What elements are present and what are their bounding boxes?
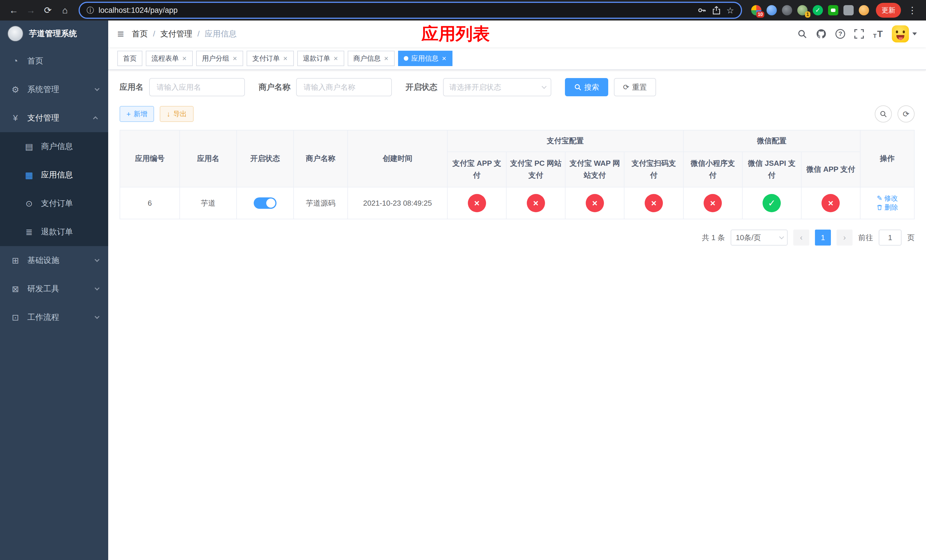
share-icon[interactable] [712,6,721,15]
chevron-down-icon [95,286,99,291]
delete-link[interactable]: 删除 [876,203,898,212]
status-icon: × [822,194,840,212]
tab-merchant-info[interactable]: 商户信息× [348,51,395,66]
sidebar-item-payment[interactable]: ¥ 支付管理 [0,104,108,132]
font-size-big-glyph: T [877,29,883,39]
sidebar-menu: ◔ 首页 ⚙ 系统管理 ¥ 支付管理 ▤ 商户信息 ▦ 应用信息 [0,47,108,560]
close-icon[interactable]: × [441,55,447,62]
add-button-label: 新增 [133,109,147,118]
tab-home[interactable]: 首页 [117,51,142,66]
extensions-puzzle-icon[interactable] [843,5,854,15]
page-content: 应用名 商户名称 开启状态 请选择开启状态 搜索 ⟳ 重置 [108,70,926,560]
breadcrumb-separator: / [153,29,155,38]
close-icon[interactable]: × [232,55,238,62]
goto-page-input[interactable] [879,230,902,245]
app-shell: 芋道管理系统 ◔ 首页 ⚙ 系统管理 ¥ 支付管理 ▤ 商户信息 [0,21,926,560]
font-size-small-glyph: T [873,33,876,39]
tab-label: 用户分组 [202,54,229,63]
tab-user-group[interactable]: 用户分组× [196,51,243,66]
navbar-actions: ? TT [797,25,917,42]
github-icon[interactable] [816,29,826,39]
edit-link[interactable]: ✎修改 [877,194,898,203]
extension-pinwheel-icon[interactable]: 10 [751,5,761,15]
sidebar-collapse-icon[interactable]: ≡ [117,28,124,39]
close-icon[interactable]: × [182,55,187,62]
close-icon[interactable]: × [283,55,288,62]
help-icon[interactable]: ? [835,29,845,39]
tab-process-form[interactable]: 流程表单× [146,51,193,66]
font-size-icon[interactable]: TT [873,29,883,39]
sidebar-item-refund-orders[interactable]: ≣ 退款订单 [0,218,108,246]
chevron-down-icon [912,32,917,35]
sidebar-item-workflow[interactable]: ⊡ 工作流程 [0,303,108,331]
toggle-search-button[interactable] [875,105,892,123]
workflow-icon: ⊡ [10,312,21,322]
tab-payment-orders[interactable]: 支付订单× [247,51,294,66]
sidebar-item-system[interactable]: ⚙ 系统管理 [0,75,108,104]
status-toggle[interactable] [254,197,277,209]
browser-menu-icon[interactable]: ⋮ [904,2,920,18]
breadcrumb-current: 应用信息 [205,29,237,39]
extension-check-icon[interactable] [813,5,823,15]
add-button[interactable]: + 新增 [120,106,154,122]
close-icon[interactable]: × [333,55,339,62]
extension-globe-icon[interactable] [782,5,792,15]
tab-app-info[interactable]: 应用信息× [398,51,452,66]
browser-back-button[interactable]: ← [6,2,22,18]
col-header-create-time: 创建时间 [348,130,447,187]
search-icon[interactable] [797,29,807,39]
cell-alipay-app: × [447,187,506,219]
refresh-table-button[interactable]: ⟳ [897,105,915,123]
cell-status [237,187,294,219]
chevron-down-icon [95,257,99,262]
export-button[interactable]: ↓ 导出 [160,106,194,122]
refresh-icon: ⟳ [903,109,909,119]
next-page-button[interactable]: › [837,230,853,245]
col-header-alipay-app: 支付宝 APP 支付 [447,152,506,187]
browser-forward-button[interactable]: → [23,2,39,18]
address-bar[interactable]: ⓘ localhost:1024/pay/app ☆ [79,2,742,19]
close-icon[interactable]: × [384,55,389,62]
extension-badge: 1 [805,11,810,18]
sidebar-item-infrastructure[interactable]: ⊞ 基础设施 [0,246,108,275]
password-key-icon[interactable] [698,6,707,15]
bookmark-star-icon[interactable]: ☆ [726,5,734,15]
sidebar-item-devtools[interactable]: ⊠ 研发工具 [0,275,108,303]
browser-reload-button[interactable]: ⟳ [40,2,56,18]
merchant-name-input[interactable] [296,78,392,96]
cell-alipay-qr: × [624,187,683,219]
sidebar-item-app-info[interactable]: ▦ 应用信息 [0,160,108,189]
table-row: 6 芋道 芋道源码 2021-10-23 08:49:25 × × × × × … [120,187,914,219]
tab-refund-orders[interactable]: 退款订单× [297,51,344,66]
site-info-icon[interactable]: ⓘ [86,5,94,15]
user-avatar[interactable] [892,25,917,42]
profile-avatar-icon[interactable] [859,5,869,15]
payment-submenu: ▤ 商户信息 ▦ 应用信息 ⊙ 支付订单 ≣ 退款订单 [0,132,108,246]
browser-update-button[interactable]: 更新 [876,3,901,18]
extension-avatar-icon[interactable]: 1 [797,5,808,15]
edit-icon: ✎ [877,195,882,202]
fullscreen-icon[interactable] [854,29,864,39]
sidebar-item-merchant-info[interactable]: ▤ 商户信息 [0,132,108,160]
status-icon: × [645,194,663,212]
tab-label: 流程表单 [151,54,179,63]
status-select[interactable]: 请选择开启状态 [443,78,551,96]
app-logo-row[interactable]: 芋道管理系统 [0,21,108,47]
cell-wechat-jsapi: ✓ [742,187,801,219]
cell-wechat-app: × [801,187,860,219]
extension-chat-icon[interactable] [828,5,838,15]
delete-label: 删除 [884,203,898,212]
sidebar-item-payment-orders[interactable]: ⊙ 支付订单 [0,189,108,218]
browser-home-button[interactable]: ⌂ [57,2,73,18]
page-number-button[interactable]: 1 [815,230,831,245]
sidebar-item-home[interactable]: ◔ 首页 [0,47,108,75]
app-name-input[interactable] [149,78,245,96]
breadcrumb-home[interactable]: 首页 [132,29,148,39]
page-size-select[interactable]: 10条/页 [731,230,788,245]
col-header-actions: 操作 [860,130,914,187]
prev-page-button[interactable]: ‹ [793,230,809,245]
reset-button[interactable]: ⟳ 重置 [614,78,656,96]
extension-blue-icon[interactable] [767,5,777,15]
breadcrumb-payment[interactable]: 支付管理 [160,29,192,39]
search-button[interactable]: 搜索 [565,78,608,96]
